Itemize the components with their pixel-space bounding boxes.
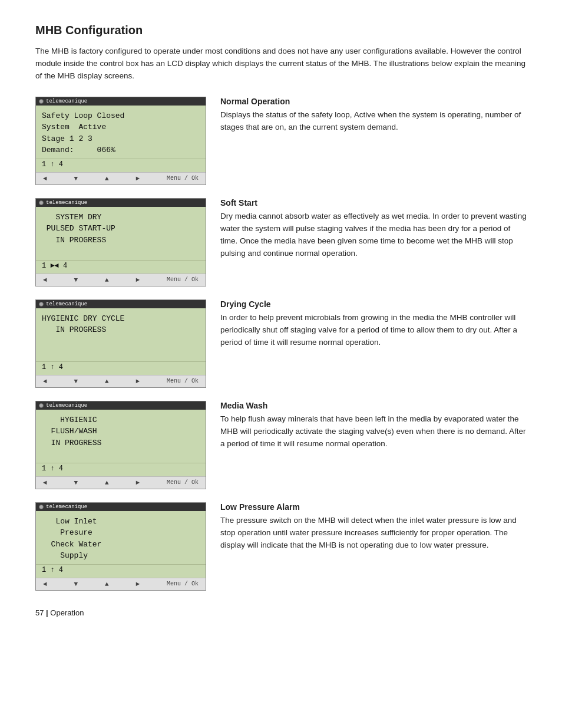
lcd-nav-btn-3: ►: [134, 479, 141, 486]
lcd-titlebar: telemecanique: [36, 199, 206, 207]
lcd-nav: ◄▼▲►Menu / Ok: [36, 172, 206, 185]
lcd-nav-btn-1: ▼: [72, 175, 79, 182]
lcd-line: HYGIENIC: [42, 414, 200, 426]
desc-title-soft-start: Soft Start: [220, 198, 527, 207]
lcd-frame-drying-cycle: telemecaniqueHYGIENIC DRY CYCLE IN PROGR…: [35, 299, 206, 388]
lcd-footer: 1 ↑ 4: [36, 564, 206, 578]
lcd-nav-menu-ok: Menu / Ok: [166, 581, 200, 587]
lcd-titlebar-dot: [39, 200, 44, 205]
lcd-titlebar-label: telemecanique: [46, 403, 87, 409]
lcd-nav-menu-ok: Menu / Ok: [166, 479, 200, 486]
lcd-line: Low Inlet: [42, 516, 200, 528]
lcd-nav-btn-0: ◄: [42, 479, 48, 486]
lcd-line: PULSED START-UP: [42, 223, 200, 235]
lcd-footer: 1 ↑ 4: [36, 159, 206, 172]
lcd-line: HYGIENIC DRY CYCLE: [42, 313, 200, 325]
desc-title-drying-cycle: Drying Cycle: [220, 299, 527, 309]
lcd-line: Check Water: [42, 539, 200, 551]
lcd-line: System Active: [42, 121, 200, 133]
desc-text-media-wash: To help flush away minerals that have be…: [220, 413, 527, 450]
lcd-footer-left: 1 ↑ 4: [42, 160, 63, 169]
lcd-line: Presure: [42, 527, 200, 539]
lcd-nav-btn-2: ▲: [104, 479, 110, 486]
lcd-nav: ◄▼▲►Menu / Ok: [36, 476, 206, 489]
desc-title-normal-operation: Normal Operation: [220, 97, 527, 106]
desc-text-soft-start: Dry media cannot absorb water as effecti…: [220, 210, 527, 260]
lcd-nav-btn-3: ►: [134, 581, 141, 588]
lcd-footer-left: 1 ↑ 4: [42, 566, 63, 574]
section-low-pressure-alarm: telemecanique Low Inlet Presure Check Wa…: [35, 502, 527, 591]
lcd-footer-left: 1 ↑ 4: [42, 363, 63, 371]
lcd-line: FLUSH/WASH: [42, 426, 200, 437]
desc-col-drying-cycle: Drying CycleIn order to help prevent mic…: [220, 299, 527, 349]
lcd-line: Safety Loop Closed: [42, 110, 200, 122]
section-soft-start: telemecanique SYSTEM DRY PULSED START-UP…: [35, 198, 527, 286]
lcd-nav-btn-2: ▲: [104, 276, 110, 284]
lcd-frame-media-wash: telemecanique HYGIENIC FLUSH/WASH IN PRO…: [35, 401, 206, 489]
lcd-titlebar-label: telemecanique: [46, 301, 87, 307]
lcd-nav: ◄▼▲►Menu / Ok: [36, 274, 206, 286]
lcd-titlebar: telemecanique: [36, 401, 206, 410]
section-drying-cycle: telemecaniqueHYGIENIC DRY CYCLE IN PROGR…: [35, 299, 527, 388]
lcd-titlebar-dot: [39, 302, 44, 307]
lcd-footer: 1 ↑ 4: [36, 361, 206, 375]
lcd-titlebar-dot: [39, 403, 44, 408]
lcd-line: IN PROGRESS: [42, 324, 200, 336]
desc-col-media-wash: Media WashTo help flush away minerals th…: [220, 401, 527, 450]
desc-text-drying-cycle: In order to help prevent microbials from…: [220, 312, 527, 349]
lcd-titlebar: telemecanique: [36, 97, 206, 106]
lcd-nav-menu-ok: Menu / Ok: [166, 378, 200, 384]
desc-text-normal-operation: Displays the status of the safety loop, …: [220, 109, 527, 134]
lcd-nav-btn-1: ▼: [72, 479, 79, 486]
lcd-body: HYGIENIC DRY CYCLE IN PROGRESS: [36, 308, 206, 361]
lcd-titlebar-dot: [39, 99, 44, 104]
page-title: MHB Configuration: [35, 24, 527, 37]
lcd-nav-menu-ok: Menu / Ok: [166, 276, 200, 283]
lcd-body: SYSTEM DRY PULSED START-UP IN PROGRESS: [36, 207, 206, 260]
lcd-footer: 1 ►◄ 4: [36, 260, 206, 274]
intro-text: The MHB is factory configured to operate…: [35, 45, 527, 83]
desc-col-normal-operation: Normal OperationDisplays the status of t…: [220, 97, 527, 134]
desc-title-media-wash: Media Wash: [220, 401, 527, 410]
lcd-titlebar-label: telemecanique: [46, 504, 87, 510]
desc-text-low-pressure-alarm: The pressure switch on the MHB will dete…: [220, 515, 527, 552]
lcd-nav-btn-2: ▲: [104, 378, 110, 385]
lcd-titlebar-label: telemecanique: [46, 200, 87, 206]
lcd-nav-menu-ok: Menu / Ok: [166, 175, 200, 182]
desc-col-soft-start: Soft StartDry media cannot absorb water …: [220, 198, 527, 260]
lcd-line: IN PROGRESS: [42, 235, 200, 246]
lcd-frame-soft-start: telemecanique SYSTEM DRY PULSED START-UP…: [35, 198, 206, 286]
lcd-body: Low Inlet Presure Check Water Supply: [36, 511, 206, 564]
lcd-titlebar-label: telemecanique: [46, 98, 87, 104]
lcd-line: IN PROGRESS: [42, 437, 200, 449]
lcd-body: HYGIENIC FLUSH/WASH IN PROGRESS: [36, 410, 206, 463]
lcd-nav: ◄▼▲►Menu / Ok: [36, 578, 206, 590]
lcd-nav-btn-3: ►: [134, 175, 141, 182]
lcd-nav-btn-1: ▼: [72, 378, 79, 385]
lcd-nav-btn-0: ◄: [42, 581, 48, 588]
lcd-nav-btn-1: ▼: [72, 276, 79, 284]
desc-title-low-pressure-alarm: Low Pressure Alarm: [220, 502, 527, 512]
lcd-line: Demand: 066%: [42, 144, 200, 156]
lcd-nav-btn-0: ◄: [42, 378, 48, 385]
lcd-nav-btn-3: ►: [134, 378, 141, 385]
section-normal-operation: telemecaniqueSafety Loop ClosedSystem Ac…: [35, 97, 527, 185]
lcd-nav-btn-3: ►: [134, 276, 141, 284]
lcd-titlebar: telemecanique: [36, 300, 206, 308]
lcd-nav-btn-0: ◄: [42, 175, 48, 182]
page-footer: 57 | Operation: [35, 608, 527, 617]
lcd-line: Supply: [42, 550, 200, 562]
lcd-frame-normal-operation: telemecaniqueSafety Loop ClosedSystem Ac…: [35, 97, 206, 185]
lcd-nav-btn-2: ▲: [104, 175, 110, 182]
lcd-nav-btn-0: ◄: [42, 276, 48, 284]
lcd-footer: 1 ↑ 4: [36, 463, 206, 476]
desc-col-low-pressure-alarm: Low Pressure AlarmThe pressure switch on…: [220, 502, 527, 552]
lcd-line: SYSTEM DRY: [42, 212, 200, 223]
lcd-footer-left: 1 ►◄ 4: [42, 262, 67, 270]
lcd-titlebar: telemecanique: [36, 503, 206, 511]
lcd-nav: ◄▼▲►Menu / Ok: [36, 375, 206, 387]
section-media-wash: telemecanique HYGIENIC FLUSH/WASH IN PRO…: [35, 401, 527, 489]
lcd-nav-btn-1: ▼: [72, 581, 79, 588]
lcd-line: Stage 1 2 3: [42, 133, 200, 145]
lcd-nav-btn-2: ▲: [104, 581, 110, 588]
